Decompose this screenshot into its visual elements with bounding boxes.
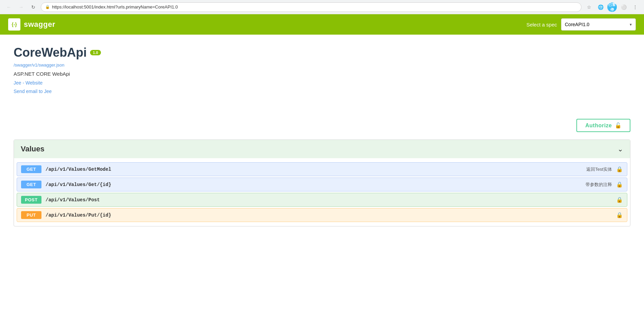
spec-select-wrapper[interactable]: CoreAPI1.0: [561, 18, 636, 31]
endpoint-row[interactable]: GET /api/v1/Values/GetModel 返回Test实体 🔒: [17, 162, 627, 176]
swagger-header: {-} swagger Select a spec CoreAPI1.0: [0, 14, 644, 35]
api-info: CoreWebApi 1.0 /swagger/v1/swagger.json …: [14, 45, 630, 96]
endpoint-lock-icon: 🔒: [616, 212, 623, 218]
endpoint-lock-icon: 🔒: [616, 166, 623, 172]
endpoint-row[interactable]: POST /api/v1/Values/Post 🔒: [17, 193, 627, 207]
endpoints-list: GET /api/v1/Values/GetModel 返回Test实体 🔒 G…: [14, 158, 630, 226]
status-text: 已暂停: [607, 2, 617, 12]
browser-actions: ☆ 🌐 已暂停 ⚪ ⋮: [584, 2, 640, 12]
method-badge-get: GET: [21, 181, 41, 188]
forward-button[interactable]: →: [16, 2, 26, 12]
spec-label: Select a spec: [526, 22, 557, 27]
endpoint-path: /api/v1/Values/Get/{id}: [46, 182, 579, 187]
endpoint-desc: 返回Test实体: [586, 166, 612, 172]
authorize-area: Authorize 🔓: [0, 115, 644, 136]
website-link[interactable]: Jee - Website: [14, 79, 630, 87]
endpoint-path: /api/v1/Values/Put/{id}: [46, 213, 605, 218]
method-badge-post: POST: [21, 196, 41, 204]
api-title: CoreWebApi: [14, 45, 87, 60]
endpoint-desc: 带参数的注释: [586, 182, 612, 188]
endpoint-path: /api/v1/Values/Post: [46, 197, 605, 203]
api-version-badge: 1.0: [90, 50, 101, 55]
authorize-button[interactable]: Authorize 🔓: [576, 119, 630, 132]
sections-container: Values ⌄ GET /api/v1/Values/GetModel 返回T…: [0, 140, 644, 226]
swagger-logo-icon: {-}: [8, 18, 20, 31]
swagger-title: swagger: [24, 20, 55, 29]
email-link[interactable]: Send email to Jee: [14, 87, 630, 96]
profile-button[interactable]: 已暂停: [607, 2, 617, 12]
endpoint-row[interactable]: GET /api/v1/Values/Get/{id} 带参数的注释 🔒: [17, 178, 627, 191]
lock-icon: 🔒: [45, 5, 50, 9]
section-title: Values: [21, 145, 45, 153]
endpoint-lock-icon: 🔒: [616, 197, 623, 203]
spec-selector: Select a spec CoreAPI1.0: [526, 18, 636, 31]
swagger-logo: {-} swagger: [8, 18, 55, 31]
extensions-button[interactable]: ⚪: [619, 2, 628, 12]
lock-icon: 🔓: [615, 122, 622, 129]
authorize-label: Authorize: [585, 123, 612, 129]
logo-icon-text: {-}: [12, 22, 17, 27]
avatar: 已暂停: [607, 2, 617, 12]
endpoint-row[interactable]: PUT /api/v1/Values/Put/{id} 🔒: [17, 208, 627, 222]
api-title-row: CoreWebApi 1.0: [14, 45, 630, 60]
bookmark-star-button[interactable]: ☆: [584, 2, 594, 12]
back-button[interactable]: ←: [4, 2, 14, 12]
api-description: ASP.NET CORE WebApi: [14, 71, 630, 77]
main-content: CoreWebApi 1.0 /swagger/v1/swagger.json …: [0, 35, 644, 115]
browser-chrome: ← → ↻ 🔒 https://localhost:5001/index.htm…: [0, 0, 644, 14]
translate-button[interactable]: 🌐: [596, 2, 605, 12]
endpoint-lock-icon: 🔒: [616, 181, 623, 188]
section-chevron-icon: ⌄: [617, 145, 623, 153]
api-json-link[interactable]: /swagger/v1/swagger.json: [14, 62, 630, 68]
method-badge-put: PUT: [21, 211, 41, 219]
address-bar[interactable]: 🔒 https://localhost:5001/index.html?urls…: [41, 2, 581, 12]
values-section: Values ⌄ GET /api/v1/Values/GetModel 返回T…: [14, 140, 630, 226]
section-header[interactable]: Values ⌄: [14, 140, 630, 158]
url-text: https://localhost:5001/index.html?urls.p…: [52, 4, 178, 10]
endpoint-path: /api/v1/Values/GetModel: [46, 167, 579, 172]
method-badge-get: GET: [21, 165, 41, 173]
spec-select[interactable]: CoreAPI1.0: [561, 18, 636, 31]
menu-button[interactable]: ⋮: [630, 2, 640, 12]
reload-button[interactable]: ↻: [29, 2, 38, 12]
